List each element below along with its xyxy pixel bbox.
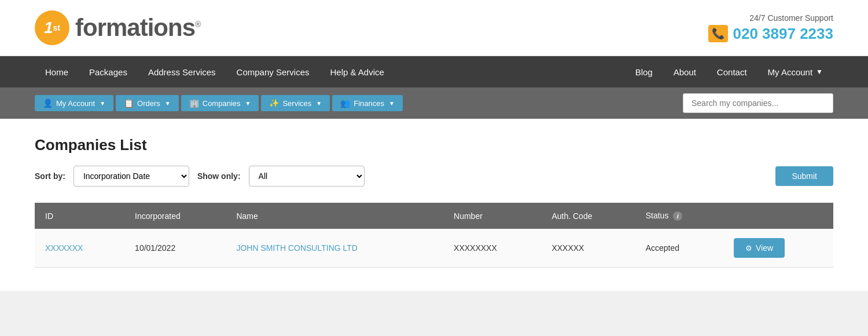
search-wrap (683, 93, 833, 113)
submenu-tabs: 👤 My Account ▼ 📋 Orders ▼ 🏢 Companies ▼ … (35, 95, 403, 111)
submenu-bar: 👤 My Account ▼ 📋 Orders ▼ 🏢 Companies ▼ … (0, 87, 868, 119)
nav-item-my-account[interactable]: My Account ▼ (757, 56, 833, 87)
companies-icon: 🏢 (189, 98, 199, 108)
col-name: Name (226, 203, 443, 229)
sort-select[interactable]: Incorporation Date Name ID (73, 166, 189, 187)
services-icon: ✨ (269, 98, 279, 108)
nav-right: Blog About Contact My Account ▼ (625, 56, 833, 87)
chevron-down-icon: ▼ (816, 68, 823, 76)
show-label: Show only: (197, 171, 241, 181)
search-input[interactable] (683, 93, 833, 113)
filter-row: Sort by: Incorporation Date Name ID Show… (35, 166, 833, 187)
logo-icon: 1st (35, 10, 69, 45)
chevron-down-icon: ▼ (389, 100, 395, 107)
submenu-tab-orders[interactable]: 📋 Orders ▼ (116, 95, 179, 111)
nav-item-home[interactable]: Home (35, 56, 79, 87)
submenu-tab-my-account[interactable]: 👤 My Account ▼ (35, 95, 113, 111)
finances-icon: 👥 (340, 98, 350, 108)
nav-item-address-services[interactable]: Address Services (138, 56, 226, 87)
submit-button[interactable]: Submit (775, 166, 833, 186)
table-header: ID Incorporated Name Number Auth. Code S… (35, 203, 833, 229)
submenu-tab-companies[interactable]: 🏢 Companies ▼ (181, 95, 259, 111)
cell-number: XXXXXXXX (443, 229, 541, 268)
phone-icon: 📞 (708, 25, 728, 42)
cell-action: ⚙ View (723, 229, 833, 268)
table-row: XXXXXXX 10/01/2022 JOHN SMITH CONSULTING… (35, 229, 833, 268)
company-id-link[interactable]: XXXXXXX (45, 243, 83, 253)
view-button[interactable]: ⚙ View (734, 238, 785, 258)
chevron-down-icon: ▼ (245, 100, 251, 107)
col-action (723, 203, 833, 229)
logo-area: 1st formations® (35, 10, 200, 45)
view-icon: ⚙ (745, 244, 752, 253)
col-status: Status i (635, 203, 723, 229)
col-incorporated: Incorporated (124, 203, 226, 229)
chevron-down-icon: ▼ (316, 100, 322, 107)
main-content: Companies List Sort by: Incorporation Da… (0, 119, 868, 291)
orders-icon: 📋 (124, 98, 134, 108)
nav-item-blog[interactable]: Blog (625, 56, 663, 87)
cell-incorporated: 10/01/2022 (124, 229, 226, 268)
show-select[interactable]: All Active Inactive (249, 166, 365, 187)
page-title: Companies List (35, 136, 833, 154)
cell-id: XXXXXXX (35, 229, 124, 268)
header: 1st formations® 24/7 Customer Support 📞 … (0, 0, 868, 56)
col-id: ID (35, 203, 124, 229)
cell-name: JOHN SMITH CONSULTING LTD (226, 229, 443, 268)
nav-left: Home Packages Address Services Company S… (35, 56, 625, 87)
logo-text: formations® (75, 14, 200, 42)
submenu-tab-services[interactable]: ✨ Services ▼ (261, 95, 330, 111)
sort-label: Sort by: (35, 171, 65, 181)
page-footer (0, 291, 868, 314)
col-auth-code: Auth. Code (541, 203, 635, 229)
table-body: XXXXXXX 10/01/2022 JOHN SMITH CONSULTING… (35, 229, 833, 268)
company-name-link[interactable]: JOHN SMITH CONSULTING LTD (236, 243, 358, 253)
cell-auth-code: XXXXXX (541, 229, 635, 268)
main-nav: Home Packages Address Services Company S… (0, 56, 868, 87)
submenu-tab-finances[interactable]: 👥 Finances ▼ (332, 95, 403, 111)
nav-item-packages[interactable]: Packages (79, 56, 138, 87)
account-icon: 👤 (43, 98, 53, 108)
support-phone: 📞 020 3897 2233 (708, 25, 833, 43)
nav-item-company-services[interactable]: Company Services (226, 56, 320, 87)
nav-item-help-advice[interactable]: Help & Advice (320, 56, 395, 87)
support-area: 24/7 Customer Support 📞 020 3897 2233 (708, 13, 833, 43)
companies-table: ID Incorporated Name Number Auth. Code S… (35, 203, 833, 268)
nav-item-about[interactable]: About (663, 56, 707, 87)
support-label: 24/7 Customer Support (708, 13, 833, 23)
col-number: Number (443, 203, 541, 229)
chevron-down-icon: ▼ (165, 100, 171, 107)
cell-status: Accepted (635, 229, 723, 268)
chevron-down-icon: ▼ (100, 100, 105, 107)
nav-item-contact[interactable]: Contact (707, 56, 757, 87)
info-icon[interactable]: i (673, 211, 682, 221)
